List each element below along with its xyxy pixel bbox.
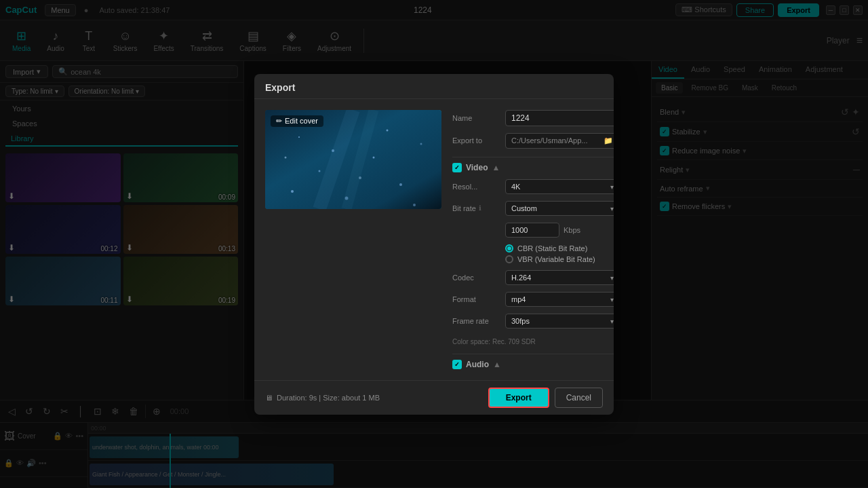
svg-point-4 — [373, 156, 375, 158]
bitrate-value-row: Kbps — [452, 223, 614, 238]
dialog-body: ✏ Edit cover Name Export to C:/Users/Usm… — [254, 99, 614, 380]
duration-size-info: Duration: 9s | Size: about 1 MB — [277, 394, 380, 402]
resolution-select-wrapper: 4K 1080p 720p 480p — [505, 179, 614, 194]
svg-point-5 — [399, 183, 402, 186]
svg-point-7 — [298, 136, 300, 138]
cbr-radio[interactable] — [505, 244, 513, 252]
bitrate-mode-select[interactable]: Custom Auto — [505, 201, 614, 216]
dialog-title: Export — [254, 74, 614, 99]
svg-point-9 — [387, 129, 389, 131]
audio-section-header: ✓ Audio ▲ — [452, 354, 614, 369]
export-button[interactable]: Export — [488, 388, 549, 408]
cancel-button[interactable]: Cancel — [555, 388, 603, 408]
svg-point-1 — [291, 190, 294, 193]
export-dialog: Export — [254, 74, 614, 415]
footer-actions: Export Cancel — [488, 388, 603, 408]
vbr-radio[interactable] — [505, 255, 513, 263]
name-input[interactable] — [505, 110, 614, 126]
codec-select[interactable]: H.264 H.265 VP9 — [505, 270, 614, 285]
video-section-label: Video — [466, 163, 488, 172]
edit-cover-button[interactable]: ✏ Edit cover — [271, 115, 323, 127]
resolution-row: Resol... 4K 1080p 720p 480p — [452, 179, 614, 194]
bitrate-unit: Kbps — [564, 226, 580, 234]
svg-point-10 — [413, 204, 416, 206]
bitrate-input[interactable] — [505, 223, 559, 238]
svg-point-2 — [319, 170, 321, 172]
audio-section-label: Audio — [466, 360, 489, 369]
info-icon: ℹ — [479, 204, 481, 212]
framerate-row: Frame rate 30fps 60fps 24fps 25fps — [452, 314, 614, 329]
name-row: Name — [452, 110, 614, 126]
codec-row: Codec H.264 H.265 VP9 — [452, 270, 614, 285]
framerate-label: Frame rate — [452, 317, 500, 325]
bitrate-mode-wrapper: Custom Auto — [505, 201, 614, 216]
audio-checkbox[interactable]: ✓ — [452, 360, 462, 369]
export-to-row: Export to C:/Users/Usman/App... 📁 — [452, 133, 614, 149]
folder-icon[interactable]: 📁 — [604, 136, 613, 145]
svg-point-11 — [285, 156, 287, 158]
export-path-input[interactable]: C:/Users/Usman/App... 📁 — [505, 133, 614, 149]
codec-select-wrapper: H.264 H.265 VP9 — [505, 270, 614, 285]
format-select[interactable]: mp4 mov avi — [505, 292, 614, 307]
export-to-label: Export to — [452, 136, 500, 145]
cover-preview[interactable]: ✏ Edit cover — [265, 110, 441, 209]
bitrate-label: Bit rate ℹ — [452, 204, 500, 212]
dialog-footer: 🖥 Duration: 9s | Size: about 1 MB Export… — [254, 380, 614, 415]
framerate-select[interactable]: 30fps 60fps 24fps 25fps — [505, 314, 614, 329]
edit-icon: ✏ — [276, 117, 282, 126]
resolution-select[interactable]: 4K 1080p 720p 480p — [505, 179, 614, 194]
vbr-option[interactable]: VBR (Variable Bit Rate) — [505, 255, 614, 263]
format-label: Format — [452, 295, 500, 303]
export-info: 🖥 Duration: 9s | Size: about 1 MB — [265, 394, 380, 402]
export-form: Name Export to C:/Users/Usman/App... 📁 ✓… — [452, 110, 614, 369]
video-checkbox[interactable]: ✓ — [452, 163, 462, 172]
vbr-label: VBR (Variable Bit Rate) — [517, 255, 595, 263]
framerate-select-wrapper: 30fps 60fps 24fps 25fps — [505, 314, 614, 329]
color-space-info: Color space: Rec. 709 SDR — [452, 338, 614, 345]
video-collapse-icon[interactable]: ▲ — [492, 163, 500, 172]
audio-collapse-icon[interactable]: ▲ — [493, 360, 501, 369]
format-select-wrapper: mp4 mov avi — [505, 292, 614, 307]
svg-point-6 — [420, 143, 422, 145]
video-section-header: ✓ Video ▲ — [452, 157, 614, 172]
cbr-option[interactable]: CBR (Static Bit Rate) — [505, 244, 614, 252]
name-label: Name — [452, 114, 500, 122]
format-row: Format mp4 mov avi — [452, 292, 614, 307]
cbr-label: CBR (Static Bit Rate) — [517, 244, 587, 252]
modal-overlay: Export — [0, 0, 868, 488]
codec-label: Codec — [452, 274, 500, 282]
resolution-label: Resol... — [452, 183, 500, 191]
preview-panel: ✏ Edit cover — [265, 110, 441, 369]
encoding-mode-group: CBR (Static Bit Rate) VBR (Variable Bit … — [452, 244, 614, 263]
bitrate-row: Bit rate ℹ Custom Auto — [452, 201, 614, 216]
monitor-icon: 🖥 — [265, 394, 273, 402]
